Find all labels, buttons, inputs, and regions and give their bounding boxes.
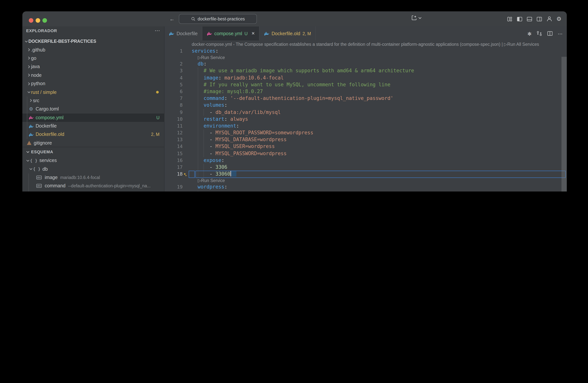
vscode-window: ← → dockerfile-best-practices ⚙ EXPLORAD… [22, 11, 567, 192]
code-line-8[interactable]: 8 volumes: [165, 102, 567, 109]
code-line-1[interactable]: 1services: [165, 48, 567, 55]
run-service-codelens[interactable]: ▷Run Service [165, 55, 567, 60]
tab-dockerfile[interactable]: Dockerfile [165, 26, 202, 40]
code-line-3[interactable]: 3 # We use a mariadb image which support… [165, 68, 567, 74]
explorer-more-actions-button[interactable]: ··· [155, 28, 160, 33]
customize-layout-icon[interactable] [507, 16, 512, 22]
tree-indent-guide [28, 182, 29, 190]
command-center-search[interactable]: dockerfile-best-practices [179, 14, 257, 24]
code-line-20[interactable]: 20 image: wordpress:latest [165, 191, 567, 192]
close-window-button[interactable] [29, 18, 33, 23]
code-line-7[interactable]: 7 command: '--default-authentication-plu… [165, 95, 567, 102]
tab-dockerfile-old[interactable]: Dockerfile.old2, M [259, 26, 315, 40]
line-content: - MYSQL_USER=wordpress [192, 143, 275, 150]
tree-indent-guide [28, 173, 29, 182]
explorer-item-node[interactable]: node [22, 71, 164, 79]
git-status-badge: U [156, 115, 160, 120]
chevron-down-icon [26, 91, 31, 94]
tab-label: compose.yml [214, 31, 242, 36]
outline-item-volumes[interactable]: [ ]volumes [22, 190, 164, 192]
outline-header-label: ESQUEMA [31, 150, 160, 154]
toggle-secondary-sidebar-icon[interactable] [536, 16, 542, 22]
code-line-9[interactable]: 9 - db_data:/var/lib/mysql [165, 109, 567, 116]
tab-compose-yml[interactable]: compose.ymlU✕ [202, 26, 259, 40]
split-editor-icon[interactable] [547, 31, 553, 36]
item-label: .github [31, 47, 45, 52]
more-actions-icon[interactable]: ⋯ [558, 30, 563, 37]
copilot-sparkle-icon[interactable]: ✦✦ [183, 171, 188, 177]
line-content: command: '--default-authentication-plugi… [192, 95, 393, 102]
line-number: 19 [165, 184, 183, 191]
settings-gear-icon[interactable]: ⚙ [556, 16, 562, 22]
code-line-6[interactable]: 6 #image: mysql:8.0.27 [165, 88, 567, 95]
line-number: 15 [165, 150, 183, 157]
code-editor[interactable]: 1services:▷Run Service2 db:3 # We use a … [165, 48, 567, 192]
run-all-services-codelens[interactable]: ▷Run All Services [504, 42, 539, 47]
code-line-16[interactable]: 16 expose: [165, 157, 567, 164]
code-line-5[interactable]: 5 # If you really want to use MySQL, unc… [165, 81, 567, 88]
explorer-item-java[interactable]: java [22, 62, 164, 71]
code-line-14[interactable]: 14 - MYSQL_USER=wordpress [165, 143, 567, 150]
code-line-12[interactable]: 12 - MYSQL_ROOT_PASSWORD=somewordpress [165, 129, 567, 136]
code-line-2[interactable]: 2 db: [165, 60, 567, 67]
line-number: 9 [165, 109, 183, 116]
copilot-menu-button[interactable] [411, 15, 422, 21]
outline-item-db[interactable]: { }db [22, 165, 164, 173]
explorer-item-dockerfile[interactable]: Dockerfile [22, 122, 164, 130]
line-number: 4 [165, 74, 183, 81]
code-line-19[interactable]: 19 wordpress: [165, 184, 567, 191]
explorer-item-gitignore[interactable]: gitignore [22, 139, 164, 147]
line-content: #image: mysql:8.0.27 [192, 88, 263, 95]
chatgpt-icon[interactable]: ✻ [527, 30, 532, 37]
explorer-item-cargo-toml[interactable]: ⚙Cargo.toml [22, 105, 164, 113]
explorer-item--github[interactable]: .github [22, 46, 164, 54]
outline-header[interactable]: ESQUEMA [22, 147, 164, 156]
explorer-item-dockerfile-old[interactable]: Dockerfile.old2, M [22, 130, 164, 139]
close-tab-icon[interactable]: ✕ [251, 31, 255, 36]
explorer-item-compose-yml[interactable]: compose.ymlU [22, 113, 164, 122]
toggle-sidebar-icon[interactable] [517, 16, 522, 22]
explorer-root-folder[interactable]: DOCKERFILE-BEST-PRACTICES [22, 37, 164, 46]
code-line-17[interactable]: 17 - 3306 [165, 164, 567, 171]
modified-dot-badge [156, 91, 159, 94]
title-bar: ← → dockerfile-best-practices ⚙ [22, 11, 567, 26]
code-line-13[interactable]: 13 - MYSQL_DATABASE=wordpress [165, 136, 567, 143]
open-changes-icon[interactable] [536, 31, 542, 36]
selection-block [231, 171, 236, 177]
account-icon[interactable] [546, 16, 552, 22]
git-status-badge: 2, M [151, 132, 160, 137]
outline-item-command[interactable]: abccommand--default-authentication-plugi… [22, 182, 164, 190]
zoom-window-button[interactable] [42, 18, 47, 23]
explorer-item-python[interactable]: python [22, 79, 164, 88]
item-label: DOCKERFILE-BEST-PRACTICES [28, 39, 96, 43]
explorer-item-rust-simple[interactable]: rust / simple [22, 88, 164, 96]
outline-item-image[interactable]: abcimagemariadb:10.6.4-focal [22, 173, 164, 182]
navigate-back-button[interactable]: ← [169, 16, 175, 22]
tree-indent-guide [27, 113, 27, 122]
title-bar-actions: ⚙ [507, 16, 562, 22]
symbol-label: image [45, 175, 58, 180]
tab-label: Dockerfile.old [272, 31, 300, 36]
explorer-item-go[interactable]: go [22, 54, 164, 63]
toggle-panel-icon[interactable] [526, 16, 532, 22]
editor-scrollbar[interactable] [562, 57, 567, 192]
docker-whale-icon [168, 31, 174, 36]
minimize-window-button[interactable] [36, 18, 40, 23]
code-line-10[interactable]: 10 restart: always [165, 116, 567, 122]
code-line-18[interactable]: 18✦✦ - 33060 [165, 171, 567, 177]
line-content: - db_data:/var/lib/mysql [192, 109, 281, 116]
line-number: 6 [165, 88, 183, 95]
outline-item-services[interactable]: { }services [22, 156, 164, 165]
explorer-item-src[interactable]: src [22, 96, 164, 105]
whale-pink-docker-icon [28, 115, 34, 120]
line-number: 5 [165, 81, 183, 88]
run-service-codelens[interactable]: ▷Run Service [165, 178, 567, 184]
line-content: wordpress: [192, 184, 227, 191]
tree-indent-guide [27, 105, 27, 113]
code-line-11[interactable]: 11 environment: [165, 123, 567, 129]
tab-git-badge: U [244, 31, 248, 36]
git-file-icon [26, 140, 32, 146]
chevron-down-icon [418, 16, 422, 19]
code-line-15[interactable]: 15 - MYSQL_PASSWORD=wordpress [165, 150, 567, 157]
code-line-4[interactable]: 4 image: mariadb:10.6.4-focal [165, 74, 567, 81]
